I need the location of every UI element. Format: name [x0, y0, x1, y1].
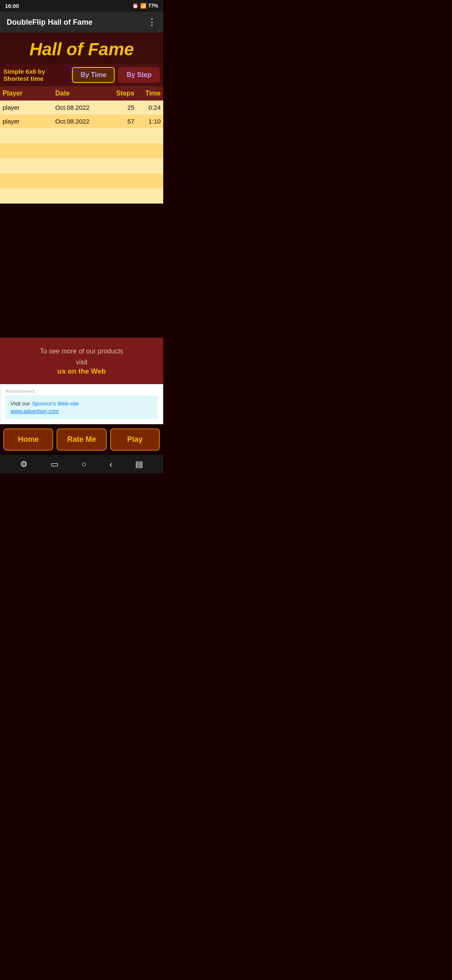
row2-time: 1:10 — [134, 118, 161, 125]
home-button[interactable]: Home — [3, 428, 53, 451]
row1-date: Oct.08.2022 — [55, 104, 108, 111]
by-step-button[interactable]: By Step — [118, 67, 160, 83]
ad-container: Advertisement Visit our Sponsor's Web-si… — [0, 384, 163, 424]
hof-header: Hall of Fame — [0, 33, 163, 64]
empty-row — [0, 188, 163, 204]
ad-sponsor-link[interactable]: Sponsor's Web-site — [32, 400, 79, 407]
products-link[interactable]: us on the Web — [7, 367, 157, 376]
col-time: Time — [134, 90, 161, 97]
status-alarm-icon: ⏰ — [132, 3, 139, 9]
row1-steps: 25 — [108, 104, 134, 111]
row2-steps: 57 — [108, 118, 134, 125]
empty-row — [0, 158, 163, 173]
table-row: player Oct.08.2022 25 0:24 — [0, 101, 163, 114]
bottom-buttons: Home Rate Me Play — [0, 424, 163, 455]
empty-row — [0, 173, 163, 188]
menu-button[interactable]: ⋮ — [147, 17, 157, 28]
nav-circle-icon[interactable]: ○ — [82, 459, 87, 469]
hof-title: Hall of Fame — [0, 39, 163, 59]
nav-home-icon[interactable]: ▭ — [51, 459, 59, 469]
dark-area — [0, 204, 163, 338]
nav-menu-icon[interactable]: ▤ — [135, 459, 143, 469]
col-player: Player — [3, 90, 55, 97]
products-text-line1: To see more of our products — [7, 346, 157, 357]
row1-player: player — [3, 104, 55, 111]
status-battery: 77% — [148, 3, 158, 9]
filter-row: Simple 6x6 by Shortest time By Time By S… — [0, 64, 163, 86]
empty-rows — [0, 128, 163, 204]
status-wifi-icon: 📶 — [140, 3, 146, 9]
filter-label: Simple 6x6 by Shortest time — [3, 68, 69, 82]
table-header: Player Date Steps Time — [0, 86, 163, 101]
products-text-line2: visit — [7, 357, 157, 368]
play-button[interactable]: Play — [110, 428, 160, 451]
col-date: Date — [55, 90, 108, 97]
nav-apps-icon[interactable]: ⚙ — [20, 459, 28, 469]
nav-bar: ⚙ ▭ ○ ‹ ▤ — [0, 455, 163, 473]
app-bar: DoubleFlip Hall of Fame ⋮ — [0, 12, 163, 33]
status-bar: 16:00 ⏰ 📶 77% — [0, 0, 163, 12]
app-bar-title: DoubleFlip Hall of Fame — [7, 18, 92, 27]
table-body: player Oct.08.2022 25 0:24 player Oct.08… — [0, 101, 163, 204]
rate-me-button[interactable]: Rate Me — [56, 428, 106, 451]
ad-url[interactable]: www.advertiser.com — [10, 408, 59, 414]
row2-date: Oct.08.2022 — [55, 118, 108, 125]
row1-time: 0:24 — [134, 104, 161, 111]
nav-back-icon[interactable]: ‹ — [110, 459, 113, 469]
col-steps: Steps — [108, 90, 134, 97]
products-section: To see more of our products visit us on … — [0, 338, 163, 384]
ad-inner: Visit our Sponsor's Web-site www.adverti… — [5, 395, 158, 419]
empty-row — [0, 143, 163, 158]
status-time: 16:00 — [5, 3, 19, 9]
by-time-button[interactable]: By Time — [72, 67, 115, 83]
table-row: player Oct.08.2022 57 1:10 — [0, 114, 163, 128]
ad-label: Advertisement — [5, 389, 158, 394]
ad-visit-text: Visit our — [10, 400, 30, 407]
empty-row — [0, 128, 163, 143]
row2-player: player — [3, 118, 55, 125]
